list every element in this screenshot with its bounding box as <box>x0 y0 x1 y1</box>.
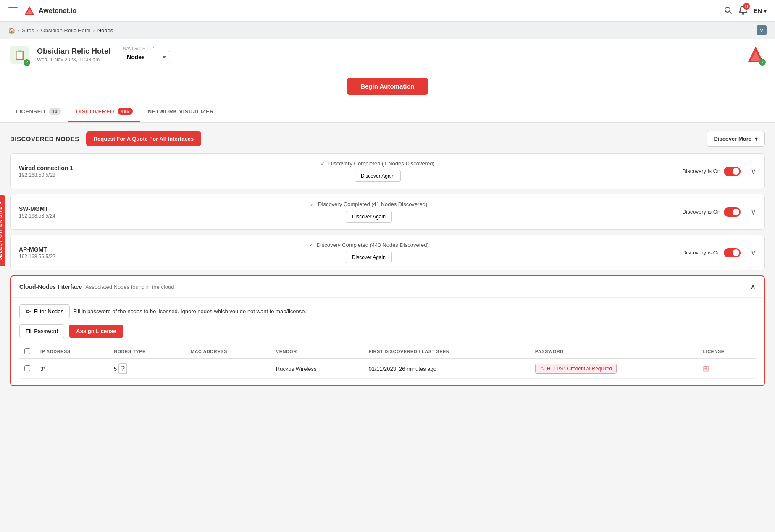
cell-password: ⚠ HTTPS: Credential Required <box>530 359 698 379</box>
notifications-bell[interactable]: 11 <box>739 5 747 16</box>
discover-more-button[interactable]: Discover More ▾ <box>707 131 765 147</box>
discovery-toggle-sw[interactable] <box>724 207 741 217</box>
warning-icon: ⚠ <box>540 366 544 372</box>
discovery-toggle-wired[interactable] <box>724 167 741 176</box>
tab-discovered[interactable]: DISCOVERED 485 <box>68 102 140 122</box>
notification-badge: 11 <box>743 3 750 10</box>
cloud-card-chevron[interactable]: ∧ <box>750 282 756 291</box>
navigate-select[interactable]: Nodes Dashboard Reports <box>123 51 170 63</box>
select-all-checkbox[interactable] <box>24 348 30 354</box>
interface-card-ap-mgmt: AP-MGMT 192.168.56.5/22 ✓ Discovery Comp… <box>10 235 765 270</box>
interface-chevron-wired[interactable]: ∨ <box>751 167 756 176</box>
logo-check-badge: ✓ <box>759 59 766 66</box>
credential-badge: ⚠ HTTPS: Credential Required <box>535 364 617 374</box>
check-badge: ✓ <box>24 59 30 66</box>
col-license: LICENSE <box>698 345 756 359</box>
credential-link[interactable]: Credential Required <box>567 366 612 372</box>
cell-license: ⊞ <box>698 359 756 379</box>
search-icon[interactable] <box>724 6 732 16</box>
begin-automation-button[interactable]: Begin Automation <box>347 78 428 95</box>
section-title: DISCOVERED NODES <box>10 135 79 142</box>
rfq-button[interactable]: Request For A Quote For All Interfaces <box>86 131 201 146</box>
nodes-table-head: IP ADDRESS NODES TYPE MAC ADDRESS VENDOR… <box>19 345 756 359</box>
cloud-card-body: Filter Nodes Fill in password of the nod… <box>11 298 764 385</box>
cloud-card-subtitle: Associated Nodes found in the cloud <box>85 284 174 290</box>
col-checkbox <box>19 345 35 359</box>
breadcrumb-sites[interactable]: Sites <box>22 27 34 34</box>
cell-nodes-type: 5 ? <box>109 359 186 379</box>
nodes-type-icon: ? <box>118 363 127 374</box>
page-header: 📋 ✓ Obsidian Relic Hotel Wed, 1 Nov 2023… <box>0 39 775 71</box>
interface-chevron-ap[interactable]: ∨ <box>751 248 756 257</box>
col-first-last: FIRST DISCOVERED / LAST SEEN <box>364 345 530 359</box>
cloud-nodes-card: Cloud-Nodes Interface Associated Nodes f… <box>10 275 765 386</box>
navigate-label: NAVIGATE TO: <box>123 46 170 51</box>
filter-nodes-button[interactable]: Filter Nodes <box>19 304 70 318</box>
col-ip-address: IP ADDRESS <box>35 345 109 359</box>
tab-network-visualizer[interactable]: NETWORK VISUALIZER <box>140 102 221 122</box>
discover-again-wired[interactable]: Discover Again <box>355 170 401 182</box>
header-logo-right: ✓ <box>746 45 765 65</box>
assign-license-button[interactable]: Assign License <box>69 325 123 338</box>
svg-point-9 <box>26 310 29 313</box>
interface-status-sw: ✓ Discovery Completed (41 Nodes Discover… <box>62 201 675 223</box>
cell-mac <box>186 359 271 379</box>
page-header-info: Obsidian Relic Hotel Wed, 1 Nov 2023, 11… <box>37 47 110 63</box>
breadcrumb-hotel[interactable]: Obsidian Relic Hotel <box>41 27 91 34</box>
cloud-card-header: Cloud-Nodes Interface Associated Nodes f… <box>11 276 764 298</box>
side-selector[interactable]: SELECT OTHER SITE > <box>0 195 5 266</box>
cloud-card-actions: Fill Password Assign License <box>19 324 756 338</box>
section-header: DISCOVERED NODES Request For A Quote For… <box>10 131 765 147</box>
begin-automation-wrapper: Begin Automation <box>0 71 775 102</box>
language-selector[interactable]: EN ▾ <box>754 8 767 14</box>
col-mac-address: MAC ADDRESS <box>186 345 271 359</box>
interface-info-wired: Wired connection 1 192.168.50.5/28 <box>19 165 73 178</box>
interface-card-wired: Wired connection 1 192.168.50.5/28 ✓ Dis… <box>10 153 765 189</box>
table-row: 3* 5 ? Ruckus Wireless 01/11/2023, 26 mi… <box>19 359 756 379</box>
top-navbar: Awetonet.io 11 EN ▾ <box>0 0 775 22</box>
col-password: PASSWORD <box>530 345 698 359</box>
breadcrumb-current: Nodes <box>97 27 113 34</box>
interface-info-ap: AP-MGMT 192.168.56.5/22 <box>19 246 55 259</box>
breadcrumb-home[interactable]: 🏠 <box>8 27 15 34</box>
interface-status-ap: ✓ Discovery Completed (443 Nodes Discove… <box>62 242 675 263</box>
tab-licensed[interactable]: LICENSED 10 <box>8 102 68 122</box>
page-subtitle: Wed, 1 Nov 2023, 11:38 am <box>37 57 110 63</box>
instruction-row: Filter Nodes Fill in password of the nod… <box>19 304 756 318</box>
topnav-actions: 11 EN ▾ <box>724 5 767 16</box>
interface-info-sw: SW-MGMT 192.168.53.5/24 <box>19 205 55 219</box>
discovery-on-label: Discovery is On <box>682 168 720 174</box>
main-content: DISCOVERED NODES Request For A Quote For… <box>0 123 775 395</box>
interface-status-wired: ✓ Discovery Completed (1 Nodes Discovere… <box>80 160 675 182</box>
discover-again-ap[interactable]: Discover Again <box>346 252 392 263</box>
app-logo: Awetonet.io <box>24 5 724 17</box>
license-icon[interactable]: ⊞ <box>703 364 709 373</box>
discover-again-sw[interactable]: Discover Again <box>346 211 392 223</box>
row-checkbox[interactable] <box>24 365 30 371</box>
col-vendor: VENDOR <box>271 345 364 359</box>
cell-ip: 3* <box>35 359 109 379</box>
app-name: Awetonet.io <box>39 7 76 15</box>
chevron-down-icon: ▾ <box>755 136 758 142</box>
nodes-table: IP ADDRESS NODES TYPE MAC ADDRESS VENDOR… <box>19 345 756 379</box>
side-selector-label: SELECT OTHER SITE > <box>0 201 3 260</box>
instruction-text: Fill in password of the nodes to be lice… <box>73 308 306 314</box>
breadcrumb: 🏠 › Sites › Obsidian Relic Hotel › Nodes… <box>0 22 775 39</box>
svg-line-6 <box>729 12 731 14</box>
hamburger-menu[interactable] <box>8 7 18 15</box>
interface-toggle-ap: Discovery is On <box>682 248 741 257</box>
interface-toggle-wired: Discovery is On <box>682 167 741 176</box>
discovery-on-label-ap: Discovery is On <box>682 249 720 256</box>
svg-rect-1 <box>8 10 18 10</box>
discovery-toggle-ap[interactable] <box>724 248 741 257</box>
cell-first-last: 01/11/2023, 26 minutes ago <box>364 359 530 379</box>
discovery-on-label-sw: Discovery is On <box>682 209 720 215</box>
fill-password-button[interactable]: Fill Password <box>19 324 64 338</box>
interface-card-sw-mgmt: SW-MGMT 192.168.53.5/24 ✓ Discovery Comp… <box>10 194 765 230</box>
filter-icon <box>26 309 32 314</box>
interface-chevron-sw[interactable]: ∨ <box>751 207 756 217</box>
page-header-icon: 📋 ✓ <box>10 46 29 64</box>
tabs-wrapper: LICENSED 10 DISCOVERED 485 NETWORK VISUA… <box>0 102 775 123</box>
help-button[interactable]: ? <box>757 25 767 35</box>
interface-toggle-sw: Discovery is On <box>682 207 741 217</box>
